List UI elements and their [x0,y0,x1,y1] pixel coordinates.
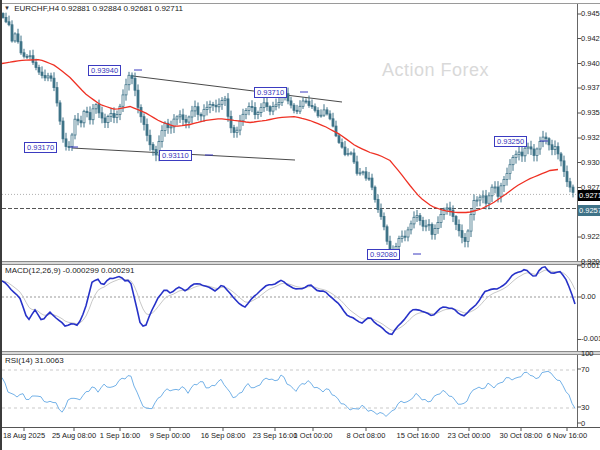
price-tag-0.93110[interactable]: 0.93110 [159,150,192,161]
candle-body [11,25,13,41]
candle-body [104,118,106,123]
candle-body [374,187,376,199]
panel-separator-macd[interactable] [0,261,600,265]
candle-body [512,158,514,165]
candle-body [62,121,64,139]
price-axis-label: 0.94020 [581,59,600,68]
candle-body [146,125,148,136]
candle-body [179,115,181,117]
candle-body [233,128,235,133]
candle-body [530,147,532,149]
candle-body [170,127,172,128]
symbol-ohlc-text: EURCHF,H4 0.92881 0.92884 0.92681 0.9271… [14,4,183,13]
candle-body [203,110,205,116]
candle-body [311,105,313,106]
candle-body [131,75,133,78]
candle-body [278,102,280,104]
candle-body [428,225,430,226]
price-axis-label: 0.93525 [581,108,600,117]
candle-body [95,105,97,109]
time-axis-label: 23 Oct 00:00 [441,431,497,440]
candle-body [353,153,355,162]
candle-body [557,147,559,154]
candle-body [371,178,373,187]
candle-body [563,161,565,172]
candle-body [161,131,163,142]
candle-body [359,173,361,174]
candle-body [527,147,529,148]
candle-body [335,126,337,136]
price-tag-0.93710[interactable]: 0.93710 [254,87,287,98]
candle-body [560,154,562,161]
candle-body [50,76,52,78]
time-axis-label: 1 Sep 16:00 [92,431,148,440]
candle-body [500,186,502,197]
candle-body [236,130,238,132]
candle-body [272,107,274,112]
candle-body [518,152,520,154]
candle-body [65,139,67,147]
candle-body [269,107,271,112]
candle-body [401,236,403,238]
candle-body [467,231,469,241]
candle-body [245,110,247,114]
candle-body [44,75,46,78]
candle-body [446,208,448,209]
macd-axis-label: 0.00 [581,292,596,301]
panel-separator-rsi[interactable] [0,351,600,355]
candle-body [407,230,409,237]
candle-body [515,154,517,157]
candle-body [338,136,340,143]
candle-body [107,117,109,123]
candle-body [47,76,49,78]
candle-body [59,103,61,121]
candle-body [491,187,493,196]
candle-body [257,113,259,115]
candle-body [452,210,454,216]
price-tag-0.92080[interactable]: 0.92080 [367,249,400,260]
candle-body [464,237,466,241]
candle-body [356,162,358,173]
candle-body [263,103,265,108]
candle-body [314,107,316,111]
candle-body [344,147,346,154]
price-tag-0.93250[interactable]: 0.93250 [494,136,527,147]
candle-body [155,150,157,155]
price-axis-label: 0.93030 [581,158,600,167]
candle-body [230,116,232,127]
candle-body [326,110,328,114]
price-tag-0.93940[interactable]: 0.93940 [88,65,121,76]
candle-body [227,99,229,116]
candle-body [77,119,79,121]
price-axis-label: 0.94515 [581,9,600,18]
candle-body [332,119,334,126]
candle-body [248,106,250,110]
candle-body [149,135,151,144]
candle-body [194,107,196,111]
candle-body [125,85,127,95]
price-tag-0.93170[interactable]: 0.93170 [24,142,57,153]
time-axis-label: 18 Aug 2025 [0,431,52,440]
candle-body [260,108,262,113]
candle-body [305,101,307,102]
price-axis-label: 0.94270 [581,34,600,43]
candle-body [134,78,136,90]
current-price-box: 0.92711 [578,190,600,201]
time-axis-label: 9 Sep 00:00 [142,431,198,440]
macd-axis-label: 0.00136 [581,261,600,270]
candle-body [206,107,208,109]
candle-body [32,56,34,63]
price-axis-label: 0.92285 [581,232,600,241]
candle-body [209,104,211,107]
candle-body [440,214,442,222]
candle-body [368,178,370,179]
candle-body [29,56,31,57]
candle-body [503,179,505,185]
candle-body [461,231,463,238]
candle-body [554,147,556,150]
time-axis-label: 15 Oct 16:00 [390,431,446,440]
candle-body [35,62,37,67]
price-axis-label: 0.93275 [581,133,600,142]
collapse-arrow-icon[interactable]: ▼ [4,5,10,11]
candle-body [551,145,553,150]
